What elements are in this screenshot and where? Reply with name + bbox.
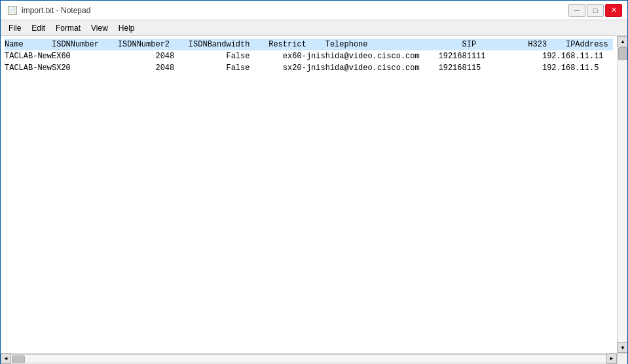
menu-bar: File Edit Format View Help	[1, 20, 627, 36]
window-title: import.txt - Notepad	[22, 6, 90, 15]
scroll-track-vertical[interactable]	[618, 46, 627, 342]
main-window: 📄 import.txt - Notepad ─ □ ✕ File Edit F…	[0, 0, 628, 364]
scroll-track-horizontal[interactable]	[11, 354, 606, 363]
menu-help[interactable]: Help	[113, 22, 140, 35]
scroll-down-button[interactable]: ▼	[618, 342, 627, 353]
vertical-scrollbar: ▲ ▼	[617, 36, 627, 353]
title-bar: 📄 import.txt - Notepad ─ □ ✕	[1, 1, 627, 20]
title-bar-left: 📄 import.txt - Notepad	[7, 5, 90, 16]
scroll-thumb-horizontal[interactable]	[12, 355, 25, 363]
bottom-bar: ◄ ►	[1, 353, 627, 363]
horizontal-scrollbar: ◄ ►	[1, 354, 617, 364]
scroll-up-button[interactable]: ▲	[618, 36, 627, 46]
menu-format[interactable]: Format	[50, 22, 86, 35]
close-button[interactable]: ✕	[605, 4, 622, 17]
app-icon: 📄	[7, 5, 18, 16]
menu-edit[interactable]: Edit	[26, 22, 50, 35]
menu-view[interactable]: View	[86, 22, 113, 35]
minimize-button[interactable]: ─	[568, 4, 585, 17]
scroll-thumb-vertical[interactable]	[618, 47, 627, 60]
notepad-icon: 📄	[8, 6, 17, 15]
title-bar-controls: ─ □ ✕	[568, 4, 622, 17]
scroll-left-button[interactable]: ◄	[1, 354, 11, 364]
scroll-right-button[interactable]: ►	[606, 354, 617, 364]
text-editor[interactable]: Name ISDNNumber ISDNNumber2 ISDNBandwidt…	[1, 36, 617, 353]
maximize-button[interactable]: □	[587, 4, 604, 17]
scrollbar-corner	[617, 354, 627, 364]
content-area: Name ISDNNumber ISDNNumber2 ISDNBandwidt…	[1, 36, 627, 353]
menu-file[interactable]: File	[3, 22, 26, 35]
